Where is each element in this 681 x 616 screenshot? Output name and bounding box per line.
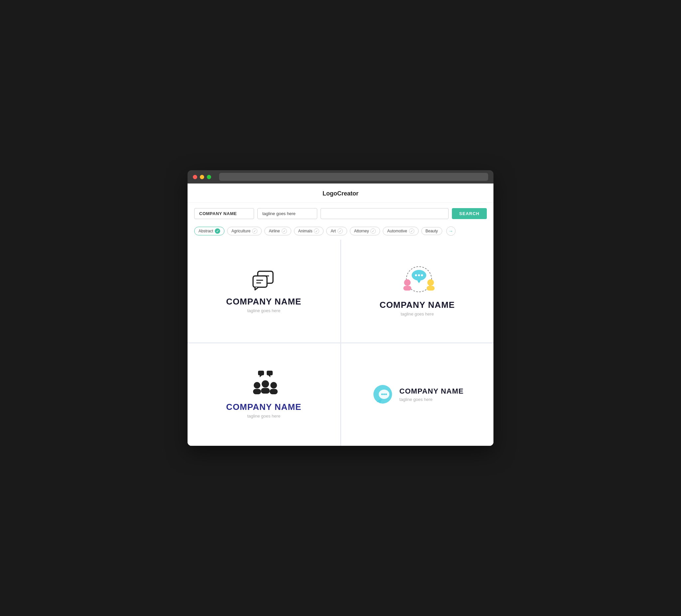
filter-tag-agriculture[interactable]: Agriculture ✓ [227, 227, 262, 235]
svg-rect-10 [427, 286, 435, 290]
filter-tag-abstract[interactable]: Abstract ✓ [194, 227, 224, 235]
check-icon-abstract: ✓ [215, 228, 220, 234]
chat-bubble-round-icon [371, 383, 394, 406]
filter-tag-attorney[interactable]: Attorney ✓ [350, 227, 380, 235]
logo-1-company-name: COMPANY NAME [226, 297, 301, 307]
filter-label-animals: Animals [298, 229, 312, 233]
check-icon-agriculture: ✓ [252, 228, 257, 234]
filter-tag-art[interactable]: Art ✓ [326, 227, 347, 235]
check-icon-airline: ✓ [282, 228, 287, 234]
logo-card-2[interactable]: COMPANY NAME tagline goes here [341, 240, 494, 342]
app-title: LogoCreator [323, 190, 358, 197]
svg-rect-15 [258, 371, 264, 375]
svg-point-26 [383, 393, 385, 395]
filter-label-art: Art [330, 229, 335, 233]
company-name-input[interactable] [194, 208, 254, 219]
check-icon-automotive: ✓ [409, 228, 414, 234]
svg-rect-16 [267, 371, 273, 375]
browser-titlebar [187, 170, 494, 183]
check-icon-art: ✓ [337, 228, 343, 234]
filter-label-airline: Airline [269, 229, 280, 233]
logo-4-company-name: COMPANY NAME [399, 387, 463, 395]
people-chat-icon [397, 265, 437, 295]
logo-grid: COMPANY NAME tagline goes here [187, 240, 494, 446]
filter-tag-airline[interactable]: Airline ✓ [264, 227, 291, 235]
extra-search-input[interactable] [321, 208, 449, 219]
filter-label-automotive: Automotive [387, 229, 407, 233]
filter-tag-automotive[interactable]: Automotive ✓ [383, 227, 418, 235]
svg-point-27 [385, 393, 387, 395]
chat-bubble-icon [250, 268, 277, 292]
filter-label-abstract: Abstract [199, 229, 213, 233]
svg-point-9 [427, 279, 434, 286]
logo-card-3[interactable]: COMPANY NAME tagline goes here [187, 343, 340, 446]
url-bar [219, 173, 488, 181]
browser-window: LogoCreator SEARCH Abstract ✓ Agricultur… [187, 170, 494, 446]
logo-4-text-block: COMPANY NAME tagline goes here [399, 387, 463, 402]
logo-2-tagline: tagline goes here [401, 311, 434, 316]
people-group-icon [249, 371, 279, 397]
filter-label-beauty: Beauty [426, 229, 438, 233]
svg-point-19 [262, 380, 269, 388]
filter-label-agriculture: Agriculture [231, 229, 250, 233]
search-button[interactable]: SEARCH [452, 208, 487, 219]
svg-point-17 [254, 382, 260, 389]
check-icon-animals: ✓ [314, 228, 319, 234]
tagline-input[interactable] [257, 208, 317, 219]
svg-point-21 [270, 382, 277, 389]
filter-next-button[interactable]: → [446, 226, 456, 236]
close-button[interactable] [193, 175, 197, 179]
svg-point-14 [421, 274, 423, 276]
svg-rect-3 [253, 276, 267, 287]
filter-bar: Abstract ✓ Agriculture ✓ Airline ✓ Anima… [187, 224, 494, 240]
svg-rect-18 [253, 389, 261, 394]
app-header: LogoCreator [187, 183, 494, 203]
logo-3-company-name: COMPANY NAME [226, 402, 301, 412]
svg-point-25 [381, 393, 383, 395]
search-bar: SEARCH [187, 203, 494, 224]
logo-card-1[interactable]: COMPANY NAME tagline goes here [187, 240, 340, 342]
svg-rect-22 [270, 389, 278, 394]
logo-4-tagline: tagline goes here [399, 397, 463, 402]
svg-point-13 [418, 274, 420, 276]
svg-rect-8 [403, 286, 411, 290]
logo-3-tagline: tagline goes here [247, 414, 280, 418]
filter-tag-animals[interactable]: Animals ✓ [294, 227, 324, 235]
svg-point-7 [404, 279, 411, 286]
maximize-button[interactable] [207, 175, 211, 179]
filter-label-attorney: Attorney [354, 229, 369, 233]
svg-rect-20 [261, 388, 270, 393]
check-icon-attorney: ✓ [371, 228, 376, 234]
logo-4-inline-container: COMPANY NAME tagline goes here [371, 383, 463, 406]
filter-tag-beauty[interactable]: Beauty [421, 227, 442, 235]
app-content: LogoCreator SEARCH Abstract ✓ Agricultur… [187, 183, 494, 446]
logo-card-4[interactable]: COMPANY NAME tagline goes here [341, 343, 494, 446]
minimize-button[interactable] [200, 175, 204, 179]
svg-point-12 [415, 274, 417, 276]
logo-1-tagline: tagline goes here [247, 308, 280, 313]
logo-2-company-name: COMPANY NAME [380, 300, 455, 310]
